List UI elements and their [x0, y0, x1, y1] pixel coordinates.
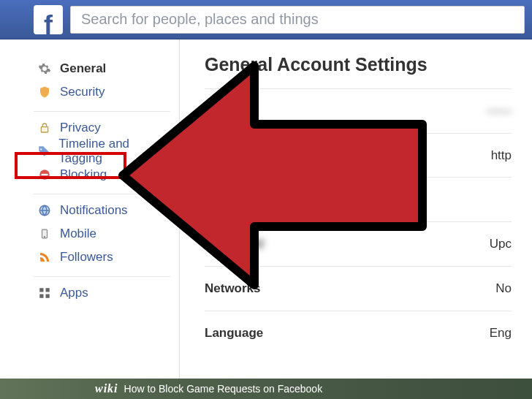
sidebar-item-label: Notifications: [60, 203, 128, 218]
nav-group-apps: Apps: [34, 277, 170, 312]
row-value: Upc: [314, 237, 512, 251]
sidebar-item-label: General: [60, 61, 106, 76]
wikihow-logo-text: wiki: [95, 382, 118, 395]
sidebar-item-label: Security: [60, 85, 104, 99]
settings-row-username[interactable]: Username http: [205, 133, 512, 177]
gear-icon: [37, 61, 53, 77]
row-label: Networks: [205, 281, 314, 296]
wikihow-title: How to Block Game Requests on Facebook: [124, 383, 323, 395]
row-label: Username: [205, 148, 314, 163]
sidebar-item-label: Apps: [60, 286, 88, 300]
svg-rect-7: [46, 288, 50, 292]
main-panel: General Account Settings Name —— Usernam…: [180, 39, 532, 399]
sidebar-item-label: Blocking: [60, 167, 107, 182]
facebook-logo[interactable]: f: [34, 5, 63, 34]
search-box[interactable]: [70, 6, 525, 34]
sidebar-item-general[interactable]: General: [34, 57, 170, 80]
svg-rect-6: [39, 288, 43, 292]
svg-rect-9: [46, 294, 50, 298]
row-label: Language: [205, 326, 314, 341]
rss-icon: [37, 249, 53, 265]
sidebar-item-security[interactable]: Security: [34, 80, 170, 104]
no-entry-icon: [37, 167, 53, 183]
mobile-icon: [37, 226, 53, 242]
nav-group-notify: Notifications Mobile Followers: [34, 194, 170, 277]
sidebar-item-blocking[interactable]: Blocking: [34, 163, 170, 186]
settings-table: Name —— Username http Email Password Upc…: [205, 88, 512, 355]
sidebar-item-label: Privacy: [60, 121, 101, 135]
settings-row-language[interactable]: Language Eng: [205, 311, 512, 355]
sidebar-item-label: Followers: [60, 250, 113, 265]
apps-grid-icon: [37, 285, 53, 301]
row-value: ——: [314, 104, 512, 118]
sidebar-item-timeline[interactable]: Timeline and Tagging: [34, 140, 170, 163]
content-area: General Security Privacy Timeline an: [0, 39, 532, 399]
row-value: No: [314, 281, 512, 296]
row-label: Password: [205, 237, 314, 251]
settings-row-email[interactable]: Email: [205, 177, 512, 221]
top-nav-bar: f: [0, 0, 532, 39]
globe-icon: [37, 202, 53, 218]
sidebar-item-mobile[interactable]: Mobile: [34, 222, 170, 246]
lock-icon: [37, 120, 53, 136]
svg-rect-2: [42, 174, 48, 175]
wikihow-watermark: wiki How to Block Game Requests on Faceb…: [0, 379, 532, 399]
settings-row-password[interactable]: Password Upc: [205, 221, 512, 266]
shield-icon: [37, 84, 53, 100]
sidebar-item-label: Timeline and Tagging: [58, 137, 167, 166]
settings-sidebar: General Security Privacy Timeline an: [0, 39, 180, 399]
row-label: Name: [205, 104, 314, 118]
svg-point-5: [44, 237, 45, 238]
settings-row-networks[interactable]: Networks No: [205, 266, 512, 311]
sidebar-item-followers[interactable]: Followers: [34, 246, 170, 269]
sidebar-item-label: Mobile: [60, 227, 96, 241]
row-value: http: [314, 148, 512, 163]
nav-group-privacy: Privacy Timeline and Tagging Blocking: [34, 112, 170, 194]
settings-row-name[interactable]: Name ——: [205, 88, 512, 133]
svg-rect-0: [41, 127, 48, 132]
sidebar-item-notifications[interactable]: Notifications: [34, 199, 170, 222]
search-input[interactable]: [81, 11, 514, 28]
page-title: General Account Settings: [205, 54, 512, 75]
svg-rect-8: [39, 294, 43, 298]
row-label: Email: [205, 192, 314, 207]
nav-group-account: General Security: [34, 53, 170, 112]
tag-icon: [37, 143, 51, 159]
sidebar-item-apps[interactable]: Apps: [34, 281, 170, 305]
row-value: Eng: [314, 326, 512, 341]
